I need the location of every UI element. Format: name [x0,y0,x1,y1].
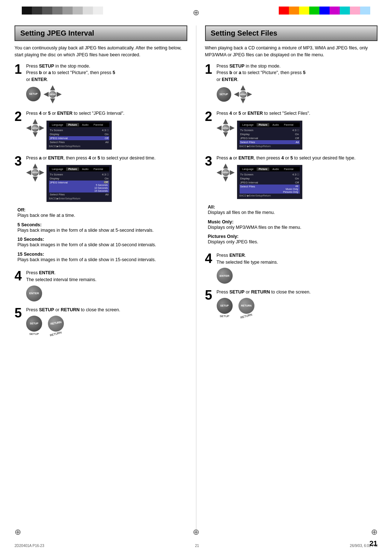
left-step1-controls: SETUP ENTER [26,85,187,104]
left-step1-number: 1 [15,63,23,76]
left-intro: You can continuously play back all JPEG … [15,45,187,58]
right-menu2-selectfiles: Select FilesAll [240,140,300,144]
right-step4-content: Press ENTER.The selected file type remai… [217,252,378,284]
colorbar-left [22,7,103,15]
left-column: Setting JPEG Interval You can continuous… [15,25,187,533]
right-music-label: Music Only: [208,219,234,224]
right-column: Setting Select Files When playing back a… [205,25,378,533]
left-step4-content: Press ENTER.The selected interval time r… [26,270,187,301]
left-10sec-desc: 10 Seconds: Plays back images in the for… [17,236,187,248]
left-step1-text: Press SETUP in the stop mode. Press b or… [26,63,187,83]
column-divider [196,25,196,533]
right-menu3-display: DisplayOn [240,177,300,181]
page-number: 21 [369,539,377,548]
left-menu3-display: DisplayOn [49,177,109,181]
enter-button-right4: ENTER [217,268,233,284]
left-step5-controls: SETUP SETUP RETURN RETURN [26,316,187,336]
right-menu2-footer: BACD ▶Enter/Setup/Return [240,145,300,148]
right-descriptions: All: Displays all files on the file menu… [208,204,378,248]
right-pictures-desc: Pictures Only: Displays only JPEG files. [208,234,378,246]
left-step3-content: Press a or ENTER, then press 4 or 5 to s… [26,155,187,202]
right-all-desc: All: Displays all files on the file menu… [208,204,378,216]
dpad-right3: ENTER [217,163,235,182]
left-step4-text: Press ENTER.The selected interval time r… [26,270,187,283]
right-section-title: Setting Select Files [205,25,378,41]
enter-button-left4: ENTER [26,285,42,301]
right-menu3-footer: BACD ▶Enter/Setup/Return [240,194,300,197]
left-15sec-label: 15 Seconds: [17,252,44,257]
right-step4-number: 4 [205,252,214,265]
left-menu2: Language Picture Audio Parental Tv Scree… [46,121,112,150]
left-10sec-label: 10 Seconds: [17,237,44,242]
left-5sec-body: Plays back images in the form of a slide… [17,228,154,233]
left-step1: 1 Press SETUP in the stop mode. Press b … [15,63,187,105]
footer-left: 2D20401A P16-23 [15,544,44,548]
right-menu3-tvscreen: Tv Screen4:3 □ [240,173,300,177]
left-step5-content: Press SETUP or RETURN to close the scree… [26,307,187,336]
left-5sec-desc: 5 Seconds: Plays back images in the form… [17,222,187,234]
right-step4-controls: ENTER [217,268,378,284]
dpad-left3: ENTER [26,163,44,182]
left-menu3: Language Picture Audio Parental Tv Scree… [46,165,112,202]
left-step3-controls: ENTER Language Picture Audio Parental Tv… [26,163,187,202]
return-button-left5: RETURN [48,316,64,332]
left-step5-text: Press SETUP or RETURN to close the scree… [26,307,187,313]
left-step4-number: 4 [15,270,23,283]
right-step2-text: Press 4 or 5 or ENTER to select "Select … [217,110,378,117]
footer-center: 21 [195,544,199,548]
left-15sec-desc: 15 Seconds: Plays back images in the for… [17,251,187,263]
left-section-title: Setting JPEG Interval [15,25,187,41]
right-music-body: Displays only MP3/WMA files on the file … [208,225,302,230]
right-step2-number: 2 [205,110,214,123]
menu-row-display: DisplayOn [49,132,109,136]
left-off-label: Off: [17,207,25,212]
right-step1-text: Press SETUP in the stop mode. Press b or… [217,63,378,83]
left-step2-content: Press 4 or 5 or ENTER to select "JPEG In… [26,110,187,150]
return-label-right5: RETURN [240,313,253,319]
left-step1-content: Press SETUP in the stop mode. Press b or… [26,63,187,105]
dpad-left2: ENTER [26,119,44,137]
dpad-right1: ENTER [234,85,252,104]
right-step1: 1 Press SETUP in the stop mode. Press b … [205,63,378,105]
right-step3-text: Press a or ENTER, then preess 4 or 5 to … [217,155,378,162]
left-step2-number: 2 [15,110,23,123]
right-step3: 3 Press a or ENTER, then preess 4 or 5 t… [205,155,378,199]
left-step5: 5 Press SETUP or RETURN to close the scr… [15,307,187,336]
right-menu3-tabs: Language Picture Audio Parental [240,167,300,171]
left-step2-text: Press 4 or 5 or ENTER to select "JPEG In… [26,110,187,117]
right-menu3-jpeg: JPEG IntervalOff [240,181,300,185]
left-step3: 3 Press a or ENTER, then press 4 or 5 to… [15,155,187,202]
right-music-desc: Music Only: Displays only MP3/WMA files … [208,219,378,231]
left-off-desc: Off: Plays back one file at a time. [17,207,187,219]
left-step3-number: 3 [15,155,23,168]
setup-button-left5: SETUP [26,316,42,332]
left-step3-text: Press a or ENTER, then press 4 or 5 to s… [26,155,187,162]
right-step2-content: Press 4 or 5 or ENTER to select "Select … [217,110,378,150]
left-menu3-jpeg: JPEG Interval Off 5 Seconds 10 Seconds 1… [49,181,109,193]
right-menu3-selectfiles: Select Files All Music Only Pictures Onl… [240,185,300,194]
menu-row-selectfiles: Select FilesAll [49,140,109,144]
left-menu2-footer: BACD ▶Enter/Setup/Return [49,145,109,148]
bottom-center-crosshair: ⊕ [193,527,199,537]
left-menu3-selectfiles: Select FilesAll [49,193,109,197]
top-crosshair: ⊕ [193,8,199,17]
bottom-right-crosshair: ⊕ [371,527,377,537]
right-step4: 4 Press ENTER.The selected file type rem… [205,252,378,284]
right-pictures-body: Displays only JPEG files. [208,239,258,244]
right-step1-content: Press SETUP in the stop mode. Press b or… [217,63,378,105]
right-all-body: Displays all files on the file menu. [208,210,275,215]
right-pictures-label: Pictures Only: [208,234,239,239]
right-step5: 5 Press SETUP or RETURN to close the scr… [205,289,378,318]
left-step2: 2 Press 4 or 5 or ENTER to select "JPEG … [15,110,187,150]
left-step4-controls: ENTER [26,285,187,301]
right-menu3: Language Picture Audio Parental Tv Scree… [237,165,302,199]
right-step3-content: Press a or ENTER, then preess 4 or 5 to … [217,155,378,199]
bottom-left-crosshair: ⊕ [15,527,21,537]
left-15sec-body: Plays back images in the form of a slide… [17,257,156,262]
left-step2-controls: ENTER Language Picture Audio Parental Tv… [26,119,187,150]
right-menu2-jpeg: JPEG IntervalOff [240,136,300,140]
left-10sec-body: Plays back images in the form of a slide… [17,242,156,247]
left-step4: 4 Press ENTER.The selected interval time… [15,270,187,301]
dpad-left1: ENTER [44,85,62,104]
left-menu2-tabs: Language Picture Audio Parental [49,122,109,127]
